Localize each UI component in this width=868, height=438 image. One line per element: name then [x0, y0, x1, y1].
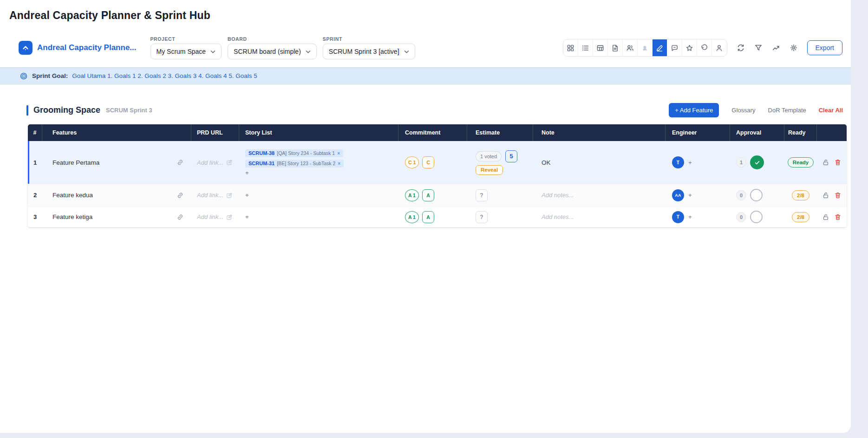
add-engineer-button[interactable]: +	[688, 192, 692, 198]
edit-pencil-icon[interactable]	[653, 39, 667, 56]
col-header-prd-url: PRD URL	[191, 124, 239, 141]
add-story-button[interactable]: +	[245, 170, 249, 176]
project-selector: PROJECT My Scrum Space	[150, 36, 222, 59]
unlock-icon[interactable]	[822, 192, 829, 199]
note-cell[interactable]: Add notes...	[533, 184, 666, 206]
delete-row-icon[interactable]	[834, 192, 842, 199]
filter-icon[interactable]	[754, 44, 763, 52]
prd-url-field[interactable]: Add link...	[191, 206, 239, 227]
note-cell[interactable]: Add notes...	[533, 206, 666, 227]
chevron-down-icon	[306, 48, 311, 55]
note-cell[interactable]: OK	[533, 141, 666, 184]
commitment-secondary-badge[interactable]: A	[422, 189, 434, 201]
vote-value-button[interactable]: 5	[505, 150, 517, 162]
add-story-button[interactable]: +	[245, 192, 249, 198]
approval-cell: 0	[730, 206, 784, 227]
commitment-cell: A 1 A	[398, 206, 467, 227]
engineer-avatar[interactable]: T	[672, 156, 684, 168]
undo-icon[interactable]	[697, 39, 712, 56]
trend-icon[interactable]	[772, 44, 780, 52]
add-engineer-button[interactable]: +	[688, 160, 692, 166]
engineer-avatar[interactable]: AA	[672, 189, 684, 201]
col-header-note: Note	[533, 124, 666, 141]
users-icon[interactable]	[623, 39, 638, 56]
project-select[interactable]: My Scrum Space	[150, 44, 222, 59]
document-icon[interactable]	[608, 39, 623, 56]
remove-story-icon[interactable]: ×	[337, 151, 340, 156]
estimate-unknown-button[interactable]: ?	[476, 189, 488, 201]
row-actions-cell	[817, 184, 847, 206]
context-selectors: PROJECT My Scrum Space BOARD SCRUM board…	[150, 36, 415, 59]
link-icon[interactable]	[176, 192, 184, 199]
board-select[interactable]: SCRUM board (simple)	[228, 44, 317, 59]
settings-gear-icon[interactable]	[790, 44, 798, 52]
unlock-icon[interactable]	[822, 213, 829, 221]
estimate-unknown-button[interactable]: ?	[476, 211, 488, 223]
commitment-primary-badge[interactable]: C 1	[405, 156, 419, 168]
add-story-button[interactable]: +	[245, 214, 249, 220]
glossary-button[interactable]: Glossary	[731, 107, 755, 114]
dor-template-button[interactable]: DoR Template	[768, 107, 806, 114]
approve-toggle-unchecked[interactable]	[750, 211, 763, 223]
delete-row-icon[interactable]	[834, 159, 842, 166]
star-icon[interactable]	[682, 39, 697, 56]
add-feature-button[interactable]: + Add Feature	[669, 103, 719, 117]
commitment-primary-badge[interactable]: A 1	[405, 211, 419, 223]
feature-name[interactable]: Feature Pertama	[52, 159, 99, 166]
row-number: 2	[28, 184, 42, 206]
edit-icon	[226, 192, 233, 199]
approval-count-badge: 0	[736, 212, 746, 222]
prd-url-field[interactable]: Add link...	[191, 141, 239, 184]
commitment-primary-badge[interactable]: A 1	[405, 189, 419, 201]
unlock-icon[interactable]	[822, 159, 829, 166]
voted-count-badge: 1 voted	[476, 151, 502, 161]
prd-url-field[interactable]: Add link...	[191, 184, 239, 206]
feature-name[interactable]: Feature ketiga	[52, 213, 92, 220]
dashboard-grid-icon[interactable]	[563, 39, 578, 56]
list-icon[interactable]	[578, 39, 593, 56]
clear-all-button[interactable]: Clear All	[819, 107, 843, 114]
ready-cell: 2/8	[784, 206, 817, 227]
refresh-icon[interactable]	[737, 44, 745, 52]
approve-toggle-checked[interactable]	[750, 155, 764, 169]
reveal-button[interactable]: Reveal	[476, 165, 503, 175]
story-chip[interactable]: SCRUM-31 [BE] Story 123 - SubTask 2 ×	[245, 160, 344, 167]
story-list-cell: SCRUM-38 [QA] Story 234 - Subtask 1 × SC…	[239, 141, 398, 184]
feature-cell: Feature ketiga	[42, 206, 191, 227]
app-name: Andreal Capacity Planne...	[37, 43, 137, 52]
link-icon[interactable]	[176, 213, 184, 221]
title-accent-bar	[26, 105, 28, 116]
table-icon[interactable]	[593, 39, 608, 56]
feature-cell: Feature Pertama	[42, 141, 191, 184]
view-toolbar: Export	[563, 39, 842, 57]
add-engineer-button[interactable]: +	[688, 214, 692, 220]
approve-toggle-unchecked[interactable]	[750, 189, 763, 201]
link-icon[interactable]	[176, 159, 184, 166]
remove-story-icon[interactable]: ×	[338, 161, 340, 166]
sprint-select[interactable]: SCRUM Sprint 3 [active]	[323, 44, 415, 59]
note-placeholder: Add notes...	[542, 192, 574, 199]
grooming-table: # Features PRD URL Story List Commitment…	[28, 124, 847, 227]
ready-status-badge[interactable]: 2/8	[792, 190, 809, 200]
sprint-goal-text[interactable]: Goal Utama 1. Goals 1 2. Goals 2 3. Goal…	[72, 72, 257, 79]
chevron-down-icon	[210, 48, 215, 55]
approval-count-badge: 0	[736, 190, 746, 200]
comment-icon[interactable]	[667, 39, 682, 56]
story-list-cell: +	[239, 184, 398, 206]
edit-icon	[226, 159, 233, 166]
commitment-secondary-badge[interactable]: A	[422, 211, 434, 223]
delete-row-icon[interactable]	[834, 213, 842, 221]
col-header-features: Features	[42, 124, 191, 141]
engineer-cell: T +	[666, 206, 730, 227]
export-button[interactable]: Export	[807, 40, 842, 55]
commitment-secondary-badge[interactable]: C	[422, 156, 434, 168]
person-icon[interactable]	[712, 39, 727, 56]
ready-status-badge[interactable]: Ready	[788, 157, 814, 167]
table-row: 1 Feature Pertama Add link... SCRUM-38 […	[28, 141, 847, 184]
story-chip[interactable]: SCRUM-38 [QA] Story 234 - Subtask 1 ×	[245, 149, 343, 157]
ready-cell: 2/8	[784, 184, 817, 206]
engineer-avatar[interactable]: T	[672, 211, 684, 223]
ready-status-badge[interactable]: 2/8	[792, 212, 809, 222]
engineer-cell: T +	[666, 141, 730, 184]
feature-name[interactable]: Feature kedua	[52, 192, 93, 199]
